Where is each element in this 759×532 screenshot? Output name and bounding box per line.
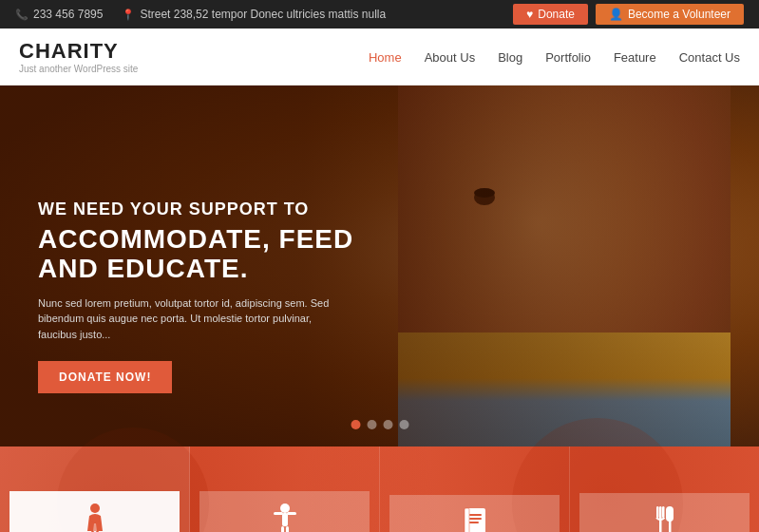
- logo: CHARITY Just another WordPress site: [19, 39, 138, 74]
- svg-rect-10: [465, 508, 469, 532]
- logo-title: CHARITY: [19, 39, 138, 64]
- volunteer-person-icon: 👤: [609, 8, 623, 21]
- phone-icon: 📞: [15, 9, 28, 21]
- svg-rect-17: [656, 506, 659, 518]
- slider-dots: [351, 420, 408, 429]
- svg-rect-12: [469, 518, 482, 520]
- svg-rect-4: [282, 513, 288, 526]
- person-arms-icon: [272, 503, 298, 532]
- volunteer-label: Become a Volunteer: [628, 8, 731, 21]
- donate-label: Donate: [538, 8, 575, 21]
- top-bar-right: ♥ Donate 👤 Become a Volunteer: [513, 4, 744, 25]
- map-icon: 📍: [122, 9, 135, 21]
- top-bar-left: 📞 233 456 7895 📍 Street 238,52 tempor Do…: [15, 8, 386, 21]
- female-icon: [82, 503, 108, 532]
- nav-link-home[interactable]: Home: [369, 50, 402, 65]
- hero-title-small: WE NEED YOUR SUPPORT TO: [38, 200, 418, 219]
- dot-1[interactable]: [351, 420, 360, 429]
- svg-rect-11: [469, 514, 482, 516]
- dot-3[interactable]: [383, 420, 392, 429]
- nav-link-portfolio[interactable]: Portfolio: [545, 50, 591, 65]
- phone-info: 📞 233 456 7895: [15, 8, 103, 21]
- fork-knife-icon: [652, 504, 678, 532]
- svg-rect-18: [662, 506, 665, 518]
- logo-subtitle: Just another WordPress site: [19, 64, 138, 74]
- address-text: Street 238,52 tempor Donec ultricies mat…: [140, 8, 386, 21]
- svg-rect-6: [287, 512, 296, 515]
- book-icon: [461, 506, 489, 532]
- card-2-icon: [272, 503, 298, 532]
- svg-point-3: [280, 504, 290, 513]
- svg-point-0: [90, 504, 100, 513]
- address-info: 📍 Street 238,52 tempor Donec ultricies m…: [122, 8, 386, 21]
- card-4-icon: [652, 504, 678, 532]
- heart-icon: ♥: [526, 8, 533, 21]
- donate-button[interactable]: ♥ Donate: [513, 4, 588, 25]
- nav-link-about[interactable]: About Us: [425, 50, 475, 65]
- phone-number: 233 456 7895: [33, 8, 103, 21]
- card-item-3[interactable]: Help Donation 3: [380, 446, 570, 532]
- nav-item-blog[interactable]: Blog: [498, 48, 522, 66]
- nav-links: Home About Us Blog Portfolio Feature Con…: [369, 48, 740, 66]
- card-box-1: Help Donation 1: [9, 491, 180, 532]
- card-box-4: Help Donation 4: [579, 493, 750, 532]
- nav-link-contact[interactable]: Contact Us: [679, 50, 740, 65]
- main-nav: CHARITY Just another WordPress site Home…: [0, 28, 759, 86]
- svg-rect-8: [286, 526, 289, 532]
- dot-2[interactable]: [367, 420, 376, 429]
- nav-item-feature[interactable]: Feature: [614, 48, 656, 66]
- hero-description: Nunc sed lorem pretium, volutpat tortor …: [38, 295, 342, 343]
- card-item-4[interactable]: Help Donation 4: [570, 446, 759, 532]
- svg-rect-13: [469, 522, 479, 523]
- top-bar: 📞 233 456 7895 📍 Street 238,52 tempor Do…: [0, 0, 759, 28]
- nav-item-portfolio[interactable]: Portfolio: [545, 48, 591, 66]
- card-3-icon: [461, 506, 489, 532]
- nav-link-blog[interactable]: Blog: [498, 50, 522, 65]
- volunteer-button[interactable]: 👤 Become a Volunteer: [596, 4, 744, 25]
- card-item-1[interactable]: Help Donation 1: [0, 446, 190, 532]
- hero-content: WE NEED YOUR SUPPORT TO ACCOMMODATE, FEE…: [38, 200, 418, 393]
- svg-rect-19: [666, 506, 674, 522]
- cards-row: Help Donation 1 Help Donation 2: [0, 446, 759, 532]
- nav-item-contact[interactable]: Contact Us: [679, 48, 740, 66]
- nav-item-about[interactable]: About Us: [425, 48, 475, 66]
- dot-4[interactable]: [399, 420, 408, 429]
- hero-title-large: ACCOMMODATE, FEED AND EDUCATE.: [38, 225, 418, 284]
- card-box-2: Help Donation 2: [199, 491, 370, 532]
- svg-rect-7: [281, 526, 284, 532]
- card-item-2[interactable]: Help Donation 2: [190, 446, 380, 532]
- card-box-3: Help Donation 3: [389, 495, 560, 532]
- svg-rect-5: [274, 512, 283, 515]
- card-1-icon: [82, 503, 108, 532]
- hero-donate-button[interactable]: DONATE NOW!: [38, 361, 172, 393]
- nav-item-home[interactable]: Home: [369, 48, 402, 66]
- hero-section: WE NEED YOUR SUPPORT TO ACCOMMODATE, FEE…: [0, 86, 759, 446]
- cards-section: Help Donation 1 Help Donation 2: [0, 446, 759, 532]
- nav-link-feature[interactable]: Feature: [614, 50, 656, 65]
